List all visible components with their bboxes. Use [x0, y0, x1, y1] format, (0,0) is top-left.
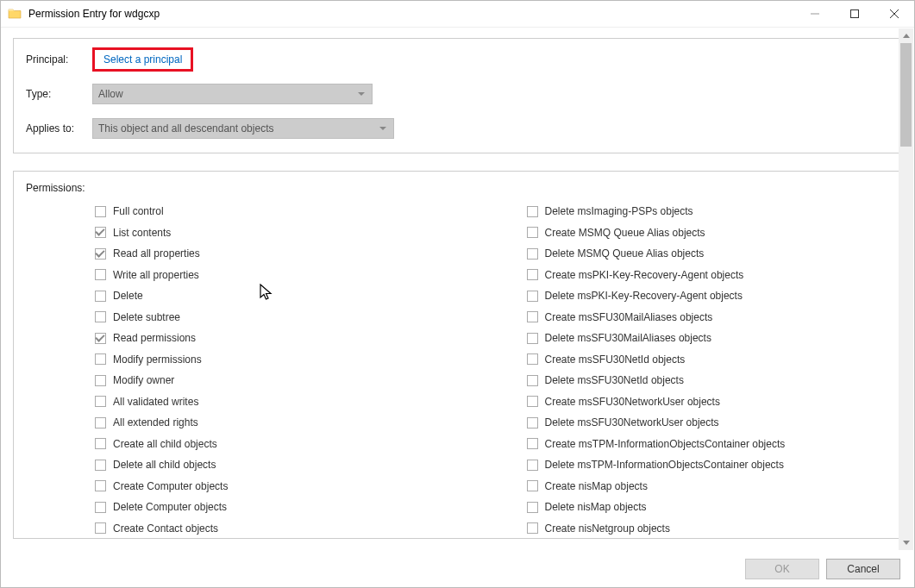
permission-label: Read permissions	[113, 332, 196, 344]
checkbox[interactable]	[527, 396, 538, 407]
permission-label: All validated writes	[113, 396, 198, 408]
scroll-down-arrow[interactable]	[899, 535, 913, 550]
permission-item[interactable]: Create msSFU30MailAliases objects	[458, 307, 890, 328]
svg-marker-4	[903, 34, 910, 38]
permission-item[interactable]: Create msTPM-InformationObjectsContainer…	[458, 434, 890, 455]
permission-item[interactable]: Create msSFU30NetworkUser objects	[458, 391, 890, 413]
permission-item[interactable]: Modify owner	[26, 370, 458, 391]
permission-label: Delete msSFU30NetworkUser objects	[545, 416, 719, 428]
scrollbar-thumb[interactable]	[900, 43, 912, 147]
checkbox[interactable]	[527, 333, 538, 344]
permission-item[interactable]: Create MSMQ Queue Alias objects	[458, 222, 890, 244]
checkbox[interactable]	[95, 227, 106, 238]
permission-item[interactable]: Delete MSMQ Queue Alias objects	[458, 243, 890, 265]
permission-item[interactable]: Delete msImaging-PSPs objects	[458, 201, 890, 222]
checkbox[interactable]	[527, 269, 538, 280]
select-principal-link[interactable]: Select a principal	[103, 53, 182, 66]
checkbox[interactable]	[95, 375, 106, 386]
permission-item[interactable]: Delete	[26, 285, 458, 307]
permission-label: Delete msImaging-PSPs objects	[545, 205, 693, 217]
checkbox[interactable]	[527, 522, 538, 534]
checkbox[interactable]	[527, 353, 538, 365]
close-button[interactable]	[874, 1, 914, 27]
checkbox[interactable]	[95, 396, 106, 407]
principal-label: Principal:	[26, 53, 92, 66]
applies-to-value: This object and all descendant objects	[98, 122, 273, 134]
checkbox[interactable]	[95, 248, 106, 260]
checkbox[interactable]	[95, 311, 106, 322]
maximize-button[interactable]	[835, 1, 874, 27]
permission-item[interactable]: Create nisNetgroup objects	[458, 518, 890, 540]
permission-label: Create msSFU30NetworkUser objects	[545, 396, 720, 408]
permission-label: Delete subtree	[113, 311, 180, 323]
permission-item[interactable]: All validated writes	[26, 391, 458, 413]
permission-item[interactable]: Create msSFU30NetId objects	[458, 349, 890, 371]
checkbox[interactable]	[95, 502, 106, 513]
permission-label: Modify owner	[113, 374, 174, 386]
permissions-label: Permissions:	[26, 182, 889, 194]
permission-item[interactable]: Read permissions	[26, 328, 458, 349]
permission-item[interactable]: Delete msSFU30MailAliases objects	[458, 328, 890, 349]
permission-label: All extended rights	[113, 416, 198, 428]
permission-item[interactable]: Delete msSFU30NetId objects	[458, 370, 890, 391]
checkbox[interactable]	[527, 417, 538, 428]
checkbox[interactable]	[95, 480, 106, 491]
checkbox[interactable]	[95, 333, 106, 344]
permission-item[interactable]: Delete msTPM-InformationObjectsContainer…	[458, 454, 890, 476]
checkbox[interactable]	[527, 375, 538, 386]
checkbox[interactable]	[527, 311, 538, 322]
permission-item[interactable]: Delete msPKI-Key-Recovery-Agent objects	[458, 285, 890, 307]
checkbox[interactable]	[527, 480, 538, 491]
permission-item[interactable]: Write all properties	[26, 265, 458, 286]
permissions-panel: Permissions: Full controlList contentsRe…	[13, 171, 902, 539]
permission-label: Create nisNetgroup objects	[545, 522, 670, 535]
permission-item[interactable]: Read all properties	[26, 243, 458, 265]
minimize-button[interactable]	[795, 1, 835, 27]
scroll-up-arrow[interactable]	[899, 28, 913, 43]
permission-label: List contents	[113, 227, 171, 239]
type-value: Allow	[98, 88, 123, 100]
permission-item[interactable]: Create Computer objects	[26, 476, 458, 497]
checkbox[interactable]	[95, 353, 106, 365]
permission-label: Delete all child objects	[113, 459, 216, 471]
checkbox[interactable]	[527, 248, 538, 260]
scrollbar-track[interactable]	[899, 43, 913, 535]
checkbox[interactable]	[527, 206, 538, 217]
permission-label: Delete msSFU30NetId objects	[545, 374, 684, 386]
permission-label: Delete nisMap objects	[545, 501, 647, 513]
ok-button[interactable]: OK	[745, 559, 819, 579]
permission-item[interactable]: Full control	[26, 201, 458, 222]
permission-item[interactable]: All extended rights	[26, 412, 458, 434]
permission-item[interactable]: Create Contact objects	[26, 518, 458, 540]
permission-item[interactable]: Delete msSFU30NetworkUser objects	[458, 412, 890, 434]
checkbox[interactable]	[95, 206, 106, 217]
scrollbar[interactable]	[899, 28, 913, 550]
permission-item[interactable]: Delete Computer objects	[26, 497, 458, 518]
permission-label: Delete MSMQ Queue Alias objects	[545, 247, 705, 260]
permission-item[interactable]: Modify permissions	[26, 349, 458, 371]
type-dropdown[interactable]: Allow	[92, 84, 373, 104]
checkbox[interactable]	[95, 460, 106, 471]
permission-item[interactable]: Create msPKI-Key-Recovery-Agent objects	[458, 265, 890, 286]
checkbox[interactable]	[95, 438, 106, 449]
permission-label: Delete msPKI-Key-Recovery-Agent objects	[545, 290, 743, 302]
checkbox[interactable]	[527, 438, 538, 449]
permission-item[interactable]: Delete all child objects	[26, 454, 458, 476]
permission-label: Full control	[113, 205, 164, 217]
permission-item[interactable]: Delete nisMap objects	[458, 497, 890, 518]
cancel-button[interactable]: Cancel	[826, 559, 900, 579]
checkbox[interactable]	[95, 269, 106, 280]
checkbox[interactable]	[95, 291, 106, 302]
permission-item[interactable]: List contents	[26, 222, 458, 244]
checkbox[interactable]	[527, 460, 538, 471]
permission-item[interactable]: Delete subtree	[26, 307, 458, 328]
permission-item[interactable]: Create nisMap objects	[458, 476, 890, 497]
checkbox[interactable]	[95, 417, 106, 428]
checkbox[interactable]	[527, 227, 538, 238]
applies-to-dropdown[interactable]: This object and all descendant objects	[92, 118, 394, 139]
permission-label: Create msSFU30NetId objects	[545, 353, 686, 366]
checkbox[interactable]	[95, 522, 106, 534]
checkbox[interactable]	[527, 291, 538, 302]
checkbox[interactable]	[527, 502, 538, 513]
permission-item[interactable]: Create all child objects	[26, 434, 458, 455]
